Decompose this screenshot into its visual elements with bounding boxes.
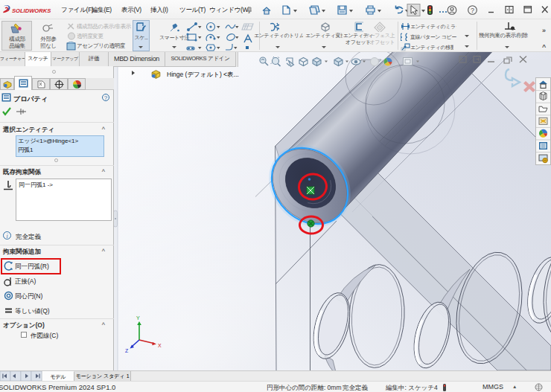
svg-text:Y: Y xyxy=(136,315,140,321)
svg-text:?: ? xyxy=(471,7,474,14)
svg-text:SOLIDWORKS: SOLIDWORKS xyxy=(12,7,51,14)
svg-text:X: X xyxy=(158,343,162,348)
svg-text:Z: Z xyxy=(125,348,129,353)
